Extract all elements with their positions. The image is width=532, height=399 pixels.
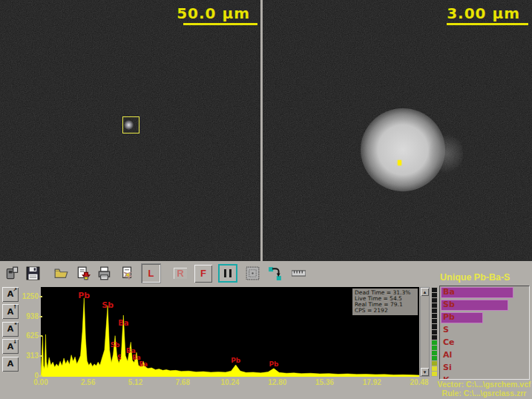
scalebar-label-left: 50.0 μm <box>177 4 250 22</box>
label-particle-button[interactable] <box>117 265 135 283</box>
element-row-s[interactable]: S <box>440 324 529 337</box>
element-row-al[interactable]: Al <box>440 349 529 362</box>
x-tick: 5.12 <box>128 378 142 386</box>
indicator-segment <box>432 330 437 334</box>
save-button[interactable] <box>24 265 42 283</box>
f-button-label: F <box>200 268 206 278</box>
element-symbol: S <box>443 325 449 334</box>
x-tick: 20.48 <box>410 378 428 386</box>
y-tick: 1250 <box>0 292 39 300</box>
spectrum-scrollbar[interactable]: ▲ ▼ <box>420 287 430 377</box>
x-tick: 7.68 <box>176 378 190 386</box>
element-symbol: Si <box>443 363 452 372</box>
y-tick-dash <box>39 316 42 317</box>
image-dither-button[interactable] <box>243 265 261 283</box>
pause-button[interactable] <box>218 264 237 283</box>
indicator-segment <box>432 366 437 371</box>
y-tick-dash <box>39 296 42 297</box>
indicator-segment <box>432 319 437 323</box>
indicator-segment <box>432 303 437 308</box>
scalebar-label-right: 3.00 μm <box>447 4 520 22</box>
sem-image-zoomed[interactable]: 3.00 μm <box>263 0 532 261</box>
indicator-segment <box>432 351 437 355</box>
indicator-segment <box>432 293 437 297</box>
particle-side-lobe <box>429 132 463 175</box>
scalebar-line-right <box>447 23 528 25</box>
r-button-label: R <box>174 268 186 279</box>
element-row-pb[interactable]: Pb <box>440 311 529 324</box>
element-row-k[interactable]: K <box>440 375 529 380</box>
element-row-ba[interactable]: Ba <box>440 286 529 299</box>
y-tick: 625 <box>0 332 39 340</box>
vector-file-label: Vector: C:\...\gsrchem.vcf <box>436 380 532 389</box>
element-list-panel: BaSbPbSCeAlSiK <box>439 286 530 380</box>
acquisition-info-box: Dead Time = 31.3%Live Time = 54.5Real Ti… <box>352 288 418 315</box>
ruler-button[interactable] <box>289 265 307 283</box>
rule-file-label: Rule: C:\...\gsrclass.zrr <box>436 389 532 398</box>
y-tick-dash <box>39 335 42 337</box>
indicator-segment <box>432 356 437 360</box>
beam-position-marker <box>398 160 401 165</box>
element-symbol: Sb <box>443 300 455 309</box>
scroll-up-icon[interactable]: ▲ <box>421 288 429 296</box>
scroll-down-icon[interactable]: ▼ <box>421 368 429 376</box>
spectrum-y-axis: 03136259381250 <box>0 287 39 377</box>
l-button-label: L <box>148 268 154 278</box>
indicator-segment <box>432 361 437 366</box>
info-line: CPS = 2192 <box>355 308 416 314</box>
sem-image-overview[interactable]: 50.0 μm <box>0 0 260 261</box>
y-tick: 938 <box>0 312 39 320</box>
r-button[interactable]: R <box>171 265 189 283</box>
indicator-segment <box>432 288 437 292</box>
deadtime-indicator <box>431 287 438 377</box>
indicator-segment <box>432 340 437 345</box>
x-tick: 15.36 <box>315 378 334 386</box>
x-tick: 10.24 <box>220 378 239 386</box>
indicator-segment <box>432 298 437 303</box>
y-tick-dash <box>39 355 42 357</box>
indicator-segment <box>432 346 437 350</box>
print-button[interactable] <box>95 265 113 283</box>
indicator-segment <box>432 324 437 329</box>
acquire-image-button[interactable] <box>3 265 21 283</box>
indicator-segment <box>432 314 437 318</box>
indicator-segment <box>432 309 437 313</box>
open-folder-button[interactable] <box>52 265 70 283</box>
y-tick: 313 <box>0 352 39 360</box>
y-tick: 0 <box>0 372 39 380</box>
spectrum-plot[interactable]: PbSbBaSbBaSBaBaPbPb Dead Time = 31.3%Liv… <box>41 287 419 377</box>
x-tick: 17.92 <box>363 378 381 386</box>
element-symbol: Ce <box>443 337 455 347</box>
x-tick: 12.80 <box>268 378 286 386</box>
scalebar-line-left <box>183 23 257 25</box>
l-button[interactable]: L <box>141 263 161 283</box>
element-row-sb[interactable]: Sb <box>440 299 529 311</box>
pause-icon <box>224 269 226 277</box>
element-row-si[interactable]: Si <box>440 362 529 375</box>
stage-route-button[interactable] <box>266 265 283 283</box>
element-symbol: Al <box>443 350 452 360</box>
element-symbol: Pb <box>443 312 455 322</box>
element-row-ce[interactable]: Ce <box>440 337 529 349</box>
x-tick: 0.00 <box>33 378 47 386</box>
f-button[interactable]: F <box>194 265 212 283</box>
x-tick: 2.56 <box>81 378 95 386</box>
export-report-button[interactable] <box>74 265 92 283</box>
particle-selection-box[interactable] <box>122 116 139 133</box>
classification-title: Unique Pb-Ba-S <box>440 272 532 283</box>
indicator-segment <box>432 372 437 376</box>
spectrum-x-axis: 0.002.565.127.6810.2412.8015.3617.9220.4… <box>41 378 419 388</box>
indicator-segment <box>432 335 437 340</box>
element-symbol: Ba <box>443 287 455 297</box>
y-tick-dash <box>39 375 42 377</box>
